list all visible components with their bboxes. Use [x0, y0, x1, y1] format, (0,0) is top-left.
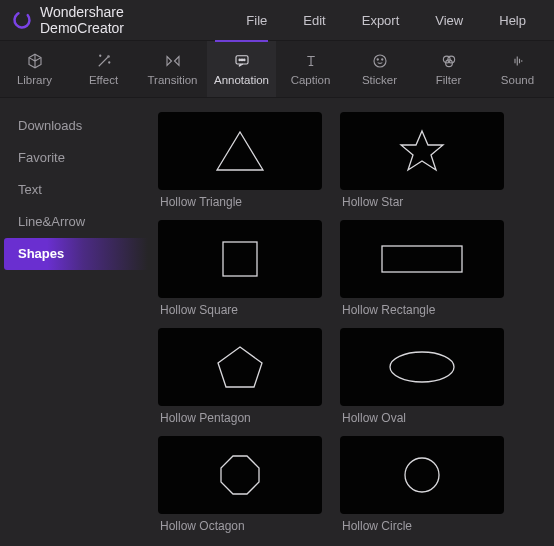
svg-point-7 [243, 59, 245, 61]
pentagon-icon [214, 343, 266, 391]
shape-label: Hollow Circle [340, 519, 504, 533]
rectangle-icon [377, 241, 467, 277]
shape-card-square: Hollow Square [158, 220, 322, 324]
tab-transition[interactable]: Transition [138, 41, 207, 97]
tab-caption[interactable]: Caption [276, 41, 345, 97]
shape-card-circle: Hollow Circle [340, 436, 504, 540]
annotation-icon [233, 52, 251, 70]
svg-point-1 [107, 56, 109, 58]
sidebar-item-line-arrow[interactable]: Line&Arrow [0, 206, 148, 238]
svg-marker-18 [218, 347, 262, 387]
menu-export[interactable]: Export [346, 7, 416, 34]
menu-file[interactable]: File [230, 7, 283, 34]
shape-thumb[interactable] [158, 220, 322, 298]
app-title: Wondershare DemoCreator [40, 4, 202, 36]
shape-label: Hollow Oval [340, 411, 504, 425]
tab-effect[interactable]: Effect [69, 41, 138, 97]
shape-label: Hollow Square [158, 303, 322, 317]
tab-label: Caption [291, 74, 331, 86]
oval-icon [385, 347, 459, 387]
star-icon [397, 127, 447, 175]
transition-icon [164, 52, 182, 70]
svg-rect-16 [223, 242, 257, 276]
svg-point-19 [390, 352, 454, 382]
tab-label: Sticker [362, 74, 397, 86]
svg-point-9 [377, 59, 378, 60]
shape-card-octagon: Hollow Octagon [158, 436, 322, 540]
svg-marker-14 [217, 132, 263, 170]
tab-label: Transition [147, 74, 197, 86]
tab-sticker[interactable]: Sticker [345, 41, 414, 97]
shape-label: Hollow Octagon [158, 519, 322, 533]
sidebar: Downloads Favorite Text Line&Arrow Shape… [0, 98, 148, 546]
tab-library[interactable]: Library [0, 41, 69, 97]
shape-thumb[interactable] [340, 328, 504, 406]
title-bar: Wondershare DemoCreator File Edit Export… [0, 0, 554, 40]
sidebar-item-text[interactable]: Text [0, 174, 148, 206]
sidebar-item-favorite[interactable]: Favorite [0, 142, 148, 174]
menu-edit[interactable]: Edit [287, 7, 341, 34]
svg-marker-20 [221, 456, 259, 494]
cube-icon [26, 52, 44, 70]
tab-sound[interactable]: Sound [483, 41, 552, 97]
caption-icon [302, 52, 320, 70]
tab-label: Annotation [214, 74, 269, 86]
sound-icon [509, 52, 527, 70]
shape-card-pentagon: Hollow Pentagon [158, 328, 322, 432]
tab-label: Library [17, 74, 52, 86]
tab-annotation[interactable]: Annotation [207, 41, 276, 97]
svg-point-5 [239, 59, 241, 61]
sidebar-item-downloads[interactable]: Downloads [0, 110, 148, 142]
svg-point-6 [241, 59, 243, 61]
app-logo-icon [12, 10, 32, 30]
menu-help[interactable]: Help [483, 7, 542, 34]
filter-icon [440, 52, 458, 70]
svg-point-0 [12, 10, 32, 30]
sidebar-item-shapes[interactable]: Shapes [4, 238, 148, 270]
tab-label: Filter [436, 74, 462, 86]
shape-thumb[interactable] [340, 112, 504, 190]
shape-thumb[interactable] [340, 436, 504, 514]
svg-marker-15 [401, 131, 443, 170]
svg-rect-17 [382, 246, 462, 272]
shape-label: Hollow Triangle [158, 195, 322, 209]
shape-gallery: Hollow Triangle Hollow Star Hollow Squar… [148, 98, 554, 546]
shape-thumb[interactable] [158, 112, 322, 190]
svg-point-8 [374, 55, 386, 67]
tab-filter[interactable]: Filter [414, 41, 483, 97]
circle-icon [400, 453, 444, 497]
shape-label: Hollow Star [340, 195, 504, 209]
shape-card-star: Hollow Star [340, 112, 504, 216]
tab-label: Effect [89, 74, 118, 86]
shape-thumb[interactable] [158, 436, 322, 514]
svg-point-21 [405, 458, 439, 492]
menu-view[interactable]: View [419, 7, 479, 34]
tab-label: Sound [501, 74, 534, 86]
shape-card-oval: Hollow Oval [340, 328, 504, 432]
shape-card-triangle: Hollow Triangle [158, 112, 322, 216]
square-icon [218, 237, 262, 281]
shape-thumb[interactable] [340, 220, 504, 298]
shape-thumb[interactable] [158, 328, 322, 406]
shape-label: Hollow Rectangle [340, 303, 504, 317]
svg-point-10 [381, 59, 382, 60]
sticker-icon [371, 52, 389, 70]
wand-icon [95, 52, 113, 70]
svg-point-2 [99, 55, 100, 56]
main-menu: File Edit Export View Help [230, 7, 542, 34]
shape-label: Hollow Pentagon [158, 411, 322, 425]
shape-card-rectangle: Hollow Rectangle [340, 220, 504, 324]
octagon-icon [216, 451, 264, 499]
svg-point-3 [108, 62, 109, 63]
triangle-icon [212, 127, 268, 175]
toolbar: Library Effect Transition Annotation Cap… [0, 40, 554, 98]
